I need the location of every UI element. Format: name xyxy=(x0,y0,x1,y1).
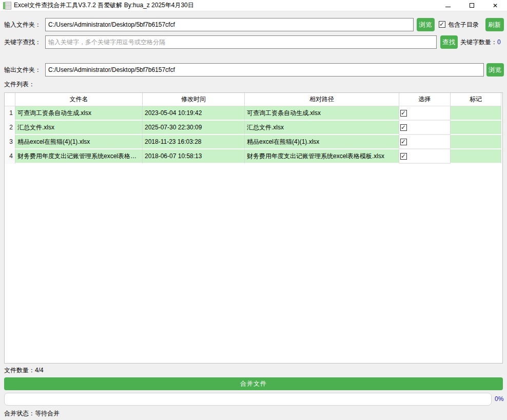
include-subdir-checkbox[interactable] xyxy=(439,21,445,28)
row-number: 1 xyxy=(5,106,15,121)
cell-file-name: 财务费用年度支出记账管理系统excel表格模板.xlsx xyxy=(15,149,143,164)
row-number: 3 xyxy=(5,135,15,149)
progress-bar xyxy=(4,393,492,406)
header-modified-time[interactable]: 修改时间 xyxy=(143,93,245,106)
file-count-value: 4/4 xyxy=(35,367,44,374)
file-count-label: 文件数量： xyxy=(4,367,35,374)
cell-select xyxy=(399,149,451,164)
keyword-count-value: 0 xyxy=(497,39,501,46)
table-row[interactable]: 4 财务费用年度支出记账管理系统excel表格模板.xlsx 2018-06-0… xyxy=(5,149,501,164)
cell-file-name: 汇总文件.xlsx xyxy=(15,121,143,135)
input-folder-label: 输入文件夹： xyxy=(4,18,41,31)
title-bar: Excel文件查找合并工具V3.7.2 吾爱破解 By:hua_z 2025年4… xyxy=(0,0,507,11)
table-row[interactable]: 3 精品excel在熊猫(4)(1).xlsx 2018-11-23 16:03… xyxy=(5,135,501,149)
row-select-checkbox[interactable] xyxy=(400,153,407,160)
header-file-name[interactable]: 文件名 xyxy=(15,93,143,106)
cell-modified-time: 2025-07-30 22:30:09 xyxy=(143,121,245,135)
table-row[interactable]: 1 可查询工资条自动生成.xlsx 2023-05-04 10:19:42 可查… xyxy=(5,106,501,121)
merge-status: 合并状态：等待合并 xyxy=(4,409,60,418)
output-folder-label: 输出文件夹： xyxy=(4,63,41,77)
cell-mark xyxy=(451,149,501,164)
cell-relative-path: 精品excel在熊猫(4)(1).xlsx xyxy=(245,135,399,149)
search-button[interactable]: 查找 xyxy=(440,35,458,49)
cell-mark xyxy=(451,135,501,149)
row-select-checkbox[interactable] xyxy=(400,110,407,117)
file-table-grid: 文件名 修改时间 相对路径 选择 标记 1 可查询工资条自动生成.xlsx 20… xyxy=(5,93,501,164)
table-header-row: 文件名 修改时间 相对路径 选择 标记 xyxy=(5,93,501,106)
cell-select xyxy=(399,121,451,135)
cell-mark xyxy=(451,121,501,135)
cell-relative-path: 汇总文件.xlsx xyxy=(245,121,399,135)
row-select-checkbox[interactable] xyxy=(400,124,407,131)
file-count: 文件数量：4/4 xyxy=(4,365,44,376)
merge-status-value: 等待合并 xyxy=(35,410,60,417)
cell-modified-time: 2018-06-07 10:58:13 xyxy=(143,149,245,164)
file-table: 文件名 修改时间 相对路径 选择 标记 1 可查询工资条自动生成.xlsx 20… xyxy=(4,92,503,364)
row-number: 2 xyxy=(5,121,15,135)
minimize-button[interactable] xyxy=(436,0,460,11)
app-icon xyxy=(3,2,11,10)
cell-file-name: 可查询工资条自动生成.xlsx xyxy=(15,106,143,121)
cell-relative-path: 财务费用年度支出记账管理系统excel表格模板.xlsx xyxy=(245,149,399,164)
cell-select xyxy=(399,135,451,149)
window-title: Excel文件查找合并工具V3.7.2 吾爱破解 By:hua_z 2025年4… xyxy=(14,1,194,10)
minimize-icon xyxy=(445,7,451,7)
maximize-icon xyxy=(470,3,474,8)
row-number: 4 xyxy=(5,149,15,164)
close-icon: ✕ xyxy=(493,3,498,9)
merge-files-button[interactable]: 合并文件 xyxy=(4,377,503,390)
refresh-button[interactable]: 刷新 xyxy=(485,18,504,31)
header-relative-path[interactable]: 相对路径 xyxy=(245,93,399,106)
cell-mark xyxy=(451,106,501,121)
cell-modified-time: 2023-05-04 10:19:42 xyxy=(143,106,245,121)
merge-status-label: 合并状态： xyxy=(4,410,35,417)
row-select-checkbox[interactable] xyxy=(400,139,407,145)
keyword-input[interactable] xyxy=(45,35,437,49)
file-list-label: 文件列表： xyxy=(4,78,35,91)
output-folder-field[interactable] xyxy=(45,63,484,77)
progress-percent: 0% xyxy=(495,393,503,406)
window-controls: ✕ xyxy=(436,0,507,11)
header-mark[interactable]: 标记 xyxy=(451,93,501,106)
cell-select xyxy=(399,106,451,121)
table-row[interactable]: 2 汇总文件.xlsx 2025-07-30 22:30:09 汇总文件.xls… xyxy=(5,121,501,135)
keyword-label: 关键字查找： xyxy=(4,35,41,49)
maximize-button[interactable] xyxy=(460,0,483,11)
header-select[interactable]: 选择 xyxy=(399,93,451,106)
output-browse-button[interactable]: 浏览 xyxy=(486,63,504,77)
input-browse-button[interactable]: 浏览 xyxy=(417,18,435,31)
include-subdir-label: 包含子目录 xyxy=(448,18,479,31)
keyword-count: 关键字数量：0 xyxy=(460,35,501,49)
cell-modified-time: 2018-11-23 16:03:28 xyxy=(143,135,245,149)
keyword-count-label: 关键字数量： xyxy=(460,39,497,46)
close-button[interactable]: ✕ xyxy=(483,0,507,11)
app-window: { "window": { "title": "Excel文件查找合并工具V3.… xyxy=(0,0,507,420)
input-folder-field[interactable] xyxy=(45,18,414,31)
header-gutter xyxy=(5,93,15,106)
cell-file-name: 精品excel在熊猫(4)(1).xlsx xyxy=(15,135,143,149)
cell-relative-path: 可查询工资条自动生成.xlsx xyxy=(245,106,399,121)
